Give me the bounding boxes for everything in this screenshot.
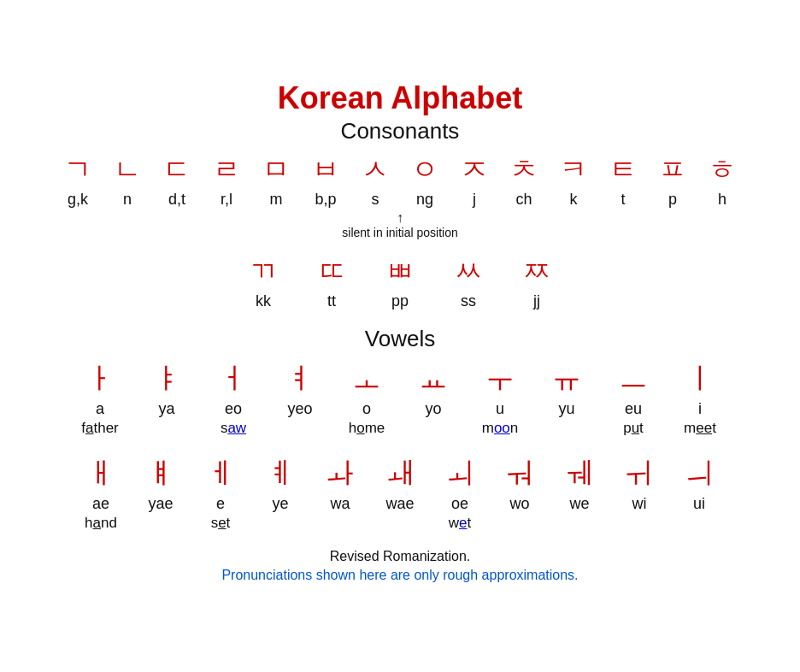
vowel1-roman-9: i [667, 400, 733, 418]
consonants-korean-row: ㄱㄴㄷㄹㅁㅂㅅㅇㅈㅊㅋㅌㅍㅎ [32, 151, 768, 189]
vowel1-roman-7: yu [533, 400, 600, 418]
vowel2-korean-2: ㅔ [191, 454, 250, 493]
page-title: Korean Alphabet [32, 80, 768, 116]
vowel1-korean-5: ㅛ [400, 359, 467, 398]
vowel1-example-2: saw [200, 420, 267, 437]
dbl-consonant-korean-1: ㄸ [297, 253, 366, 291]
vowel1-example-6: moon [467, 420, 533, 437]
consonant-korean-9: ㅊ [499, 151, 549, 189]
vowel2-korean-6: ㅚ [430, 454, 490, 493]
example-underline-set: e [218, 515, 226, 531]
vowels-row2-roman: aeyaeeyewawaeoewowewiui [32, 495, 768, 513]
double-roman-row: kkttppssjj [32, 292, 768, 310]
consonants-roman-row: g,knd,tr,lmb,psngjchktph [32, 191, 768, 209]
vowels-row1-korean: ㅏㅑㅓㅕㅗㅛㅜㅠㅡㅣ [32, 359, 768, 398]
vowel1-korean-2: ㅓ [200, 359, 267, 398]
vowel1-example-4: home [333, 420, 400, 437]
vowel1-korean-7: ㅠ [533, 359, 600, 398]
dbl-consonant-roman-2: pp [366, 292, 434, 310]
footer: Revised Romanization. Pronunciations sho… [32, 549, 768, 583]
vowel2-roman-3: ye [250, 495, 310, 513]
example-underline-hand: a [93, 515, 101, 531]
vowel1-roman-5: yo [400, 400, 467, 418]
consonant-roman-2: d,t [152, 191, 202, 209]
dbl-consonant-korean-0: ㄲ [229, 253, 297, 291]
consonant-korean-1: ㄴ [103, 151, 152, 189]
vowel2-korean-0: ㅐ [71, 454, 131, 493]
consonant-korean-3: ㄹ [202, 151, 251, 189]
vowel1-roman-0: a [67, 400, 133, 418]
consonant-korean-2: ㄷ [152, 151, 202, 189]
consonant-roman-9: ch [499, 191, 549, 209]
vowel2-roman-4: wa [310, 495, 370, 513]
vowel2-roman-6: oe [430, 495, 490, 513]
vowel1-roman-1: ya [133, 400, 200, 418]
ng-note-text: silent in initial position [342, 226, 457, 239]
example-underline-wet: e [459, 515, 467, 531]
consonants-header: Consonants [32, 118, 768, 144]
double-consonants-section: ㄲㄸㅃㅆㅉ kkttppssjj [32, 253, 768, 310]
vowel2-roman-1: yae [131, 495, 191, 513]
consonant-roman-3: r,l [202, 191, 251, 209]
vowel1-example-0: father [67, 420, 133, 437]
vowel2-korean-4: ㅘ [310, 454, 370, 493]
vowel1-roman-4: o [333, 400, 400, 418]
consonant-roman-13: h [697, 191, 747, 209]
vowel1-korean-9: ㅣ [667, 359, 733, 398]
vowel2-korean-8: ㅞ [550, 454, 609, 493]
vowel1-korean-4: ㅗ [333, 359, 400, 398]
arrow-up-icon [32, 210, 768, 226]
vowel2-roman-0: ae [71, 495, 131, 513]
consonant-korean-6: ㅅ [350, 151, 400, 189]
dbl-consonant-korean-4: ㅉ [503, 253, 571, 291]
vowel1-korean-3: ㅕ [267, 359, 333, 398]
vowel1-korean-1: ㅑ [133, 359, 200, 398]
vowel2-roman-8: we [550, 495, 609, 513]
vowel2-roman-2: e [191, 495, 250, 513]
consonant-korean-5: ㅂ [301, 151, 350, 189]
vowel1-roman-2: eo [200, 400, 267, 418]
consonant-roman-8: j [450, 191, 499, 209]
example-underline-moon: oo [494, 420, 510, 436]
consonant-korean-11: ㅌ [598, 151, 648, 189]
consonant-korean-0: ㄱ [53, 151, 103, 189]
main-container: Korean Alphabet Consonants ㄱㄴㄷㄹㅁㅂㅅㅇㅈㅊㅋㅌㅍ… [15, 72, 785, 600]
vowels-row1-examples: fathersawhomemoonputmeet [32, 420, 768, 437]
vowel2-roman-7: wo [490, 495, 550, 513]
vowel1-example-9: meet [667, 420, 733, 437]
dbl-consonant-korean-3: ㅆ [434, 253, 503, 291]
consonant-korean-4: ㅁ [251, 151, 301, 189]
example-underline: u [632, 420, 639, 436]
consonant-roman-7: ng [400, 191, 450, 209]
consonant-roman-5: b,p [301, 191, 350, 209]
vowel2-korean-10: ㅢ [669, 454, 729, 493]
consonant-ng-block: ng [400, 191, 450, 209]
vowel1-roman-8: eu [600, 400, 667, 418]
vowel2-korean-9: ㅟ [609, 454, 669, 493]
vowel1-example-8: put [600, 420, 667, 437]
ng-note: silent in initial position [32, 210, 768, 239]
vowel1-roman-6: u [467, 400, 533, 418]
consonant-roman-12: p [648, 191, 697, 209]
vowel2-korean-1: ㅒ [131, 454, 191, 493]
vowel2-example-2: set [191, 515, 250, 532]
vowel1-korean-0: ㅏ [67, 359, 133, 398]
dbl-consonant-roman-4: jj [503, 292, 571, 310]
dbl-consonant-roman-1: tt [297, 292, 366, 310]
consonant-roman-6: s [350, 191, 400, 209]
vowel1-korean-8: ㅡ [600, 359, 667, 398]
consonant-korean-7: ㅇ [400, 151, 450, 189]
dbl-consonant-roman-0: kk [229, 292, 297, 310]
vowel2-roman-9: wi [609, 495, 669, 513]
consonant-roman-0: g,k [53, 191, 103, 209]
consonant-korean-10: ㅋ [549, 151, 598, 189]
vowels-row2-examples: handsetwet [32, 515, 768, 532]
double-korean-row: ㄲㄸㅃㅆㅉ [32, 253, 768, 291]
example-underline: a [85, 420, 93, 436]
example-underline: ee [696, 420, 712, 436]
footer-line2: Pronunciations shown here are only rough… [32, 568, 768, 583]
vowel1-roman-3: yeo [267, 400, 333, 418]
consonant-korean-13: ㅎ [697, 151, 747, 189]
vowel2-korean-3: ㅖ [250, 454, 310, 493]
consonant-roman-4: m [251, 191, 301, 209]
